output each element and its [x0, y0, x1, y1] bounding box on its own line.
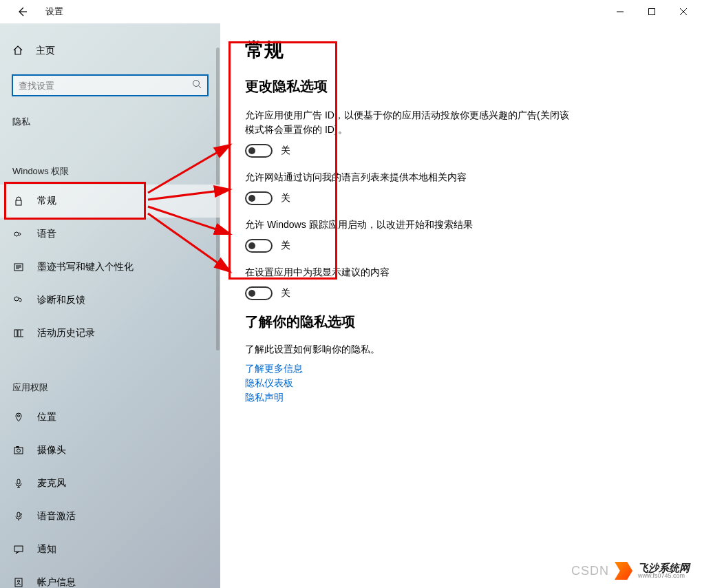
page-title: 常规: [245, 37, 677, 63]
link-learn-more[interactable]: 了解更多信息: [245, 363, 677, 375]
nav-microphone[interactable]: 麦克风: [0, 467, 220, 500]
setting-language-list: 允许网站通过访问我的语言列表来提供本地相关内容 关: [245, 170, 677, 205]
setting-ad-id: 允许应用使用广告 ID，以便基于你的应用活动投放你更感兴趣的广告(关闭该模式将会…: [245, 108, 677, 158]
nav-account-info[interactable]: 帐户信息: [0, 566, 220, 588]
windows-permissions-label: Windows 权限: [0, 134, 220, 185]
home-nav[interactable]: 主页: [0, 37, 220, 65]
privacy-category-label: 隐私: [0, 96, 220, 134]
info-text: 了解此设置如何影响你的隐私。: [245, 344, 677, 356]
minimize-button[interactable]: [604, 1, 636, 23]
location-icon: [12, 412, 25, 423]
nav-label: 诊断和反馈: [37, 294, 85, 306]
nav-label: 麦克风: [37, 477, 66, 490]
toggle-app-launch[interactable]: [245, 239, 273, 253]
home-icon: [12, 45, 23, 58]
watermark-url: www.fs0745.com: [638, 573, 690, 579]
svg-point-14: [18, 415, 20, 417]
svg-point-16: [17, 449, 21, 452]
camera-icon: [12, 445, 25, 456]
svg-point-4: [193, 81, 200, 87]
toggle-language-list[interactable]: [245, 191, 273, 205]
search-input[interactable]: [19, 81, 192, 91]
svg-point-7: [14, 232, 19, 236]
lock-icon: [12, 196, 25, 207]
watermark-brand: 飞沙系统网: [638, 563, 690, 573]
window-title: 设置: [45, 6, 63, 18]
toggle-state: 关: [281, 287, 290, 300]
account-icon: [12, 577, 25, 588]
notifications-icon: [12, 544, 25, 555]
microphone-icon: [12, 478, 25, 489]
watermark: CSDN 飞沙系统网 www.fs0745.com: [571, 562, 690, 580]
voice-activation-icon: [12, 511, 25, 522]
toggle-state: 关: [281, 192, 290, 204]
svg-rect-19: [17, 512, 20, 517]
svg-rect-1: [649, 9, 655, 15]
nav-location[interactable]: 位置: [0, 401, 220, 434]
svg-point-22: [18, 580, 20, 582]
content-pane: 常规 更改隐私选项 允许应用使用广告 ID，以便基于你的应用活动投放你更感兴趣的…: [220, 23, 702, 588]
nav-label: 语音: [37, 228, 56, 240]
nav-general[interactable]: 常规: [0, 185, 220, 218]
link-privacy-statement[interactable]: 隐私声明: [245, 392, 677, 404]
maximize-button[interactable]: [636, 1, 668, 23]
watermark-csdn: CSDN: [571, 564, 609, 578]
svg-line-5: [199, 86, 202, 89]
toggle-state: 关: [281, 145, 290, 157]
svg-rect-18: [17, 479, 20, 484]
svg-rect-10: [14, 330, 17, 337]
feedback-icon: [12, 295, 25, 306]
svg-rect-15: [14, 448, 23, 454]
setting-suggested-content: 在设置应用中为我显示建议的内容 关: [245, 265, 677, 300]
nav-label: 位置: [37, 411, 56, 423]
nav-label: 常规: [37, 195, 56, 207]
setting-desc: 允许应用使用广告 ID，以便基于你的应用活动投放你更感兴趣的广告(关闭该模式将会…: [245, 108, 575, 137]
nav-diagnostics[interactable]: 诊断和反馈: [0, 284, 220, 317]
nav-notifications[interactable]: 通知: [0, 533, 220, 566]
speech-icon: [12, 229, 25, 240]
nav-inking[interactable]: 墨迹书写和键入个性化: [0, 251, 220, 284]
svg-rect-6: [16, 200, 21, 205]
nav-label: 墨迹书写和键入个性化: [37, 261, 134, 273]
nav-label: 摄像头: [37, 444, 66, 456]
nav-label: 语音激活: [37, 510, 76, 523]
nav-label: 通知: [37, 543, 56, 556]
search-icon: [192, 79, 202, 92]
setting-app-launch-tracking: 允许 Windows 跟踪应用启动，以改进开始和搜索结果 关: [245, 218, 677, 253]
section-learn-privacy: 了解你的隐私选项: [245, 313, 677, 331]
setting-desc: 允许 Windows 跟踪应用启动，以改进开始和搜索结果: [245, 218, 575, 232]
nav-voice-activation[interactable]: 语音激活: [0, 500, 220, 533]
toggle-ad-id[interactable]: [245, 144, 273, 158]
history-icon: [12, 328, 25, 339]
setting-desc: 允许网站通过访问我的语言列表来提供本地相关内容: [245, 170, 575, 185]
svg-rect-17: [17, 447, 19, 448]
section-change-privacy: 更改隐私选项: [245, 77, 677, 96]
link-privacy-dashboard[interactable]: 隐私仪表板: [245, 377, 677, 390]
search-box[interactable]: [12, 74, 209, 96]
home-label: 主页: [36, 45, 55, 57]
inking-icon: [12, 262, 25, 273]
nav-activity-history[interactable]: 活动历史记录: [0, 317, 220, 350]
toggle-state: 关: [281, 240, 290, 252]
nav-speech[interactable]: 语音: [0, 218, 220, 251]
nav-camera[interactable]: 摄像头: [0, 434, 220, 467]
svg-rect-11: [18, 330, 21, 337]
svg-rect-20: [14, 546, 23, 552]
watermark-logo-icon: [615, 562, 632, 580]
nav-label: 活动历史记录: [37, 327, 95, 339]
app-permissions-label: 应用权限: [0, 350, 220, 401]
sidebar: 主页 隐私 Windows 权限 常规 语音: [0, 23, 220, 588]
back-button[interactable]: [15, 5, 29, 19]
svg-point-9: [14, 297, 19, 301]
setting-desc: 在设置应用中为我显示建议的内容: [245, 265, 575, 280]
titlebar: 设置: [0, 0, 702, 23]
toggle-suggested-content[interactable]: [245, 286, 273, 300]
close-button[interactable]: [668, 1, 699, 23]
nav-label: 帐户信息: [37, 576, 76, 588]
